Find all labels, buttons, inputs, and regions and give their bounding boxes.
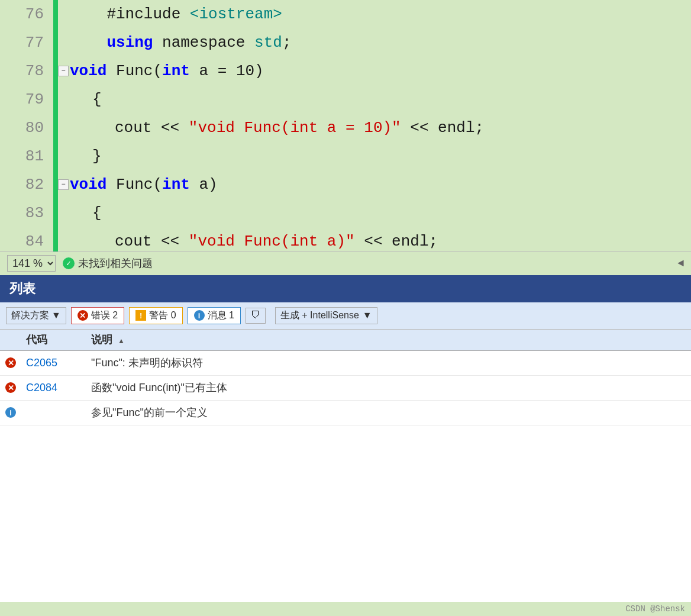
line-marker-82	[53, 170, 58, 199]
code-lines: 76 #include <iostream>77 using namespace…	[0, 0, 691, 251]
line-number-81: 81	[0, 142, 53, 170]
build-label: 生成 + IntelliSense	[280, 309, 359, 322]
line-marker-80	[53, 114, 58, 142]
row-description: 参见"Func"的前一个定义	[86, 405, 691, 420]
error-icon: ✕	[78, 310, 88, 321]
panel-header: 列表	[0, 275, 691, 302]
code-line-77: 77 using namespace std;	[0, 28, 691, 57]
line-number-82: 82	[0, 170, 53, 199]
code-line-84: 84cout << "void Func(int a)" << endl;	[0, 227, 691, 251]
scroll-arrow[interactable]: ◄	[677, 257, 684, 269]
row-info-icon: i	[5, 407, 16, 418]
scope-dropdown[interactable]: 解决方案 ▼	[6, 307, 66, 324]
line-number-80: 80	[0, 114, 53, 142]
code-content-79[interactable]: {	[70, 85, 691, 114]
status-text: 未找到相关问题	[78, 256, 153, 270]
footer-watermark: CSDN @Shensk	[0, 602, 691, 616]
panel-title: 列表	[9, 280, 35, 298]
code-content-82[interactable]: void Func(int a)	[70, 170, 691, 199]
warn-label: 警告 0	[149, 309, 176, 322]
ok-icon: ✓	[63, 257, 75, 269]
error-row[interactable]: ✕C2065"Func": 未声明的标识符	[0, 351, 691, 376]
code-line-76: 76 #include <iostream>	[0, 0, 691, 28]
error-row[interactable]: ✕C2084函数"void Func(int)"已有主体	[0, 376, 691, 401]
row-code: C2084	[21, 382, 86, 394]
scope-chevron-icon: ▼	[51, 310, 61, 321]
row-error-icon: ✕	[5, 382, 16, 393]
line-number-84: 84	[0, 227, 53, 251]
line-number-76: 76	[0, 0, 53, 28]
col-sort-arrow-icon: ▲	[118, 337, 125, 345]
code-content-83[interactable]: {	[70, 199, 691, 227]
line-marker-83	[53, 199, 58, 227]
line-marker-84	[53, 227, 58, 251]
code-line-82: 82−void Func(int a)	[0, 170, 691, 199]
line-marker-76	[53, 0, 58, 28]
code-content-80[interactable]: cout << "void Func(int a = 10)" << endl;	[70, 114, 691, 142]
code-line-80: 80cout << "void Func(int a = 10)" << end…	[0, 114, 691, 142]
line-number-79: 79	[0, 85, 53, 114]
error-label: 错误 2	[91, 309, 118, 322]
line-marker-77	[53, 28, 58, 57]
code-content-77[interactable]: using namespace std;	[70, 28, 691, 57]
filter-button[interactable]: ⛉	[246, 308, 266, 324]
info-label: 消息 1	[208, 309, 234, 322]
row-description: "Func": 未声明的标识符	[86, 356, 691, 370]
build-chevron-icon: ▼	[363, 310, 372, 321]
line-number-77: 77	[0, 28, 53, 57]
row-code: C2065	[21, 357, 86, 369]
line-number-78: 78	[0, 57, 53, 85]
filter-icon: ⛉	[251, 310, 260, 321]
line-marker-79	[53, 85, 58, 114]
info-icon: i	[194, 310, 205, 321]
code-content-76[interactable]: #include <iostream>	[70, 0, 691, 28]
code-editor[interactable]: 76 #include <iostream>77 using namespace…	[0, 0, 691, 251]
line-marker-81	[53, 142, 58, 170]
code-content-78[interactable]: void Func(int a = 10)	[70, 57, 691, 85]
panel-rows: ✕C2065"Func": 未声明的标识符✕C2084函数"void Func(…	[0, 351, 691, 602]
build-dropdown[interactable]: 生成 + IntelliSense ▼	[275, 307, 377, 324]
line-number-83: 83	[0, 199, 53, 227]
collapse-btn-78[interactable]: −	[58, 66, 69, 76]
status-ok-indicator: ✓ 未找到相关问题	[63, 256, 153, 270]
line-marker-78	[53, 57, 58, 85]
code-line-78: 78−void Func(int a = 10)	[0, 57, 691, 85]
zoom-select[interactable]: 141 %	[7, 255, 56, 272]
code-line-81: 81}	[0, 142, 691, 170]
code-line-83: 83{	[0, 199, 691, 227]
info-filter-button[interactable]: i 消息 1	[188, 307, 241, 324]
warn-icon: !	[135, 310, 146, 321]
error-filter-button[interactable]: ✕ 错误 2	[71, 307, 124, 324]
code-content-81[interactable]: }	[70, 142, 691, 170]
status-bar: 141 % ✓ 未找到相关问题 ◄	[0, 251, 691, 275]
scope-label: 解决方案	[11, 309, 49, 322]
panel-toolbar: 解决方案 ▼ ✕ 错误 2 ! 警告 0 i 消息 1 ⛉ 生成 + Intel…	[0, 302, 691, 330]
panel-columns: 代码 说明 ▲	[0, 330, 691, 351]
col-desc-header[interactable]: 说明 ▲	[86, 333, 691, 347]
row-error-icon: ✕	[5, 357, 16, 368]
row-description: 函数"void Func(int)"已有主体	[86, 380, 691, 395]
col-code-header[interactable]: 代码	[21, 333, 86, 347]
error-row[interactable]: i参见"Func"的前一个定义	[0, 401, 691, 425]
code-content-84[interactable]: cout << "void Func(int a)" << endl;	[70, 227, 691, 251]
collapse-btn-82[interactable]: −	[58, 179, 69, 190]
code-line-79: 79{	[0, 85, 691, 114]
warn-filter-button[interactable]: ! 警告 0	[129, 307, 182, 324]
